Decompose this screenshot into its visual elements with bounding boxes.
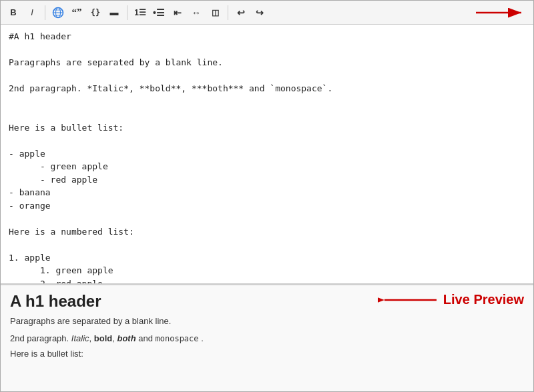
preview-para2-prefix: 2nd paragraph. bbox=[10, 333, 71, 343]
ordered-list-button[interactable]: 1☰ bbox=[131, 4, 149, 21]
unordered-list-button[interactable]: •☰ bbox=[150, 4, 168, 21]
preview-h1: A h1 header bbox=[10, 292, 101, 311]
preview-period: . bbox=[199, 333, 204, 343]
separator-3 bbox=[228, 5, 228, 20]
live-preview-label: Live Preview bbox=[378, 292, 524, 307]
undo-button[interactable]: ↩ bbox=[232, 4, 250, 21]
toolbar: B I “” {} ▬ 1☰ •☰ ⇤ ↔ ◫ ↩ ↪ bbox=[1, 1, 533, 25]
align-center-button[interactable]: ↔ bbox=[188, 4, 205, 21]
redo-button[interactable]: ↪ bbox=[251, 4, 268, 21]
red-arrow-icon bbox=[476, 6, 529, 19]
preview-arrow-icon bbox=[378, 293, 438, 307]
app-container: B I “” {} ▬ 1☰ •☰ ⇤ ↔ ◫ ↩ ↪ bbox=[0, 0, 534, 392]
preview-header-row: A h1 header Live Preview bbox=[10, 292, 524, 315]
preview-bullet-header: Here is a bullet list: bbox=[10, 349, 524, 359]
quote-button[interactable]: “” bbox=[68, 4, 85, 21]
globe-icon bbox=[52, 7, 64, 19]
code-button[interactable]: {} bbox=[87, 4, 104, 21]
preview-monospace-text: monospace bbox=[156, 334, 199, 343]
editor-pane[interactable]: #A h1 header Paragraphs are separated by… bbox=[1, 25, 533, 285]
live-preview-text: Live Preview bbox=[443, 292, 524, 307]
toolbar-arrow-annotation bbox=[476, 6, 529, 19]
separator-1 bbox=[45, 5, 45, 20]
preview-paragraph-1: Paragraphs are separated by a blank line… bbox=[10, 315, 524, 328]
table-button[interactable]: ◫ bbox=[206, 4, 224, 21]
preview-paragraph-2: 2nd paragraph. Italic, bold, both and mo… bbox=[10, 332, 524, 345]
preview-and-text: and bbox=[136, 333, 156, 343]
preview-pane: A h1 header Live Preview Paragraphs are … bbox=[1, 285, 533, 391]
preview-bold-text: bold bbox=[94, 333, 112, 343]
preview-italic-text: Italic bbox=[71, 333, 89, 343]
preview-both-text: both bbox=[117, 333, 136, 343]
preview-sep1: , bbox=[89, 333, 94, 343]
image-button[interactable]: ▬ bbox=[105, 4, 123, 21]
italic-button[interactable]: I bbox=[23, 4, 41, 21]
bold-button[interactable]: B bbox=[5, 4, 22, 21]
align-left-button[interactable]: ⇤ bbox=[169, 4, 186, 21]
separator-2 bbox=[127, 5, 127, 20]
link-button[interactable] bbox=[49, 4, 67, 21]
